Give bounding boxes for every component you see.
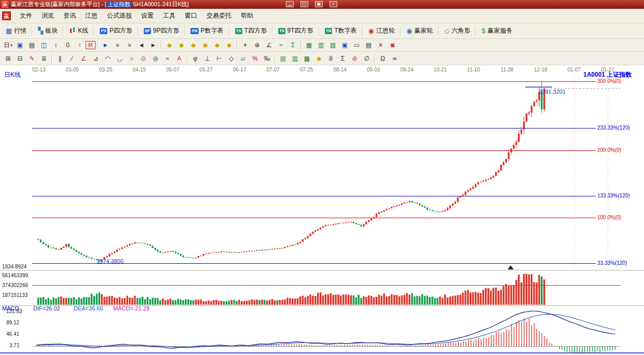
forbid-tool[interactable]: ⊘ xyxy=(349,53,361,64)
toolbar-p-table[interactable]: PNP数字表 xyxy=(187,24,227,37)
toolbar-winner-wheel[interactable]: ◉赢家轮 xyxy=(403,24,436,37)
circle-tool[interactable]: ○ xyxy=(126,53,138,64)
toolbar-p-square[interactable]: PSP四方形 xyxy=(96,24,136,37)
end-tool[interactable]: ≍ xyxy=(389,53,401,64)
bottom-scroll-line[interactable] xyxy=(0,352,644,353)
prev-bar-icon[interactable]: ◄ xyxy=(135,40,147,50)
toolbar-t-table[interactable]: TNT数字表 xyxy=(321,24,361,37)
table-view-icon[interactable]: ▥ xyxy=(315,40,327,50)
first-bar-icon[interactable]: « xyxy=(112,40,124,50)
monitor-icon[interactable]: ▭ xyxy=(351,40,363,50)
wave-icon[interactable]: ≈ xyxy=(275,40,287,50)
toolbar-kline[interactable]: K线 xyxy=(65,24,92,37)
window-title-highlight: 上证指数 xyxy=(106,1,131,7)
period-selector[interactable]: 日 xyxy=(2,40,14,50)
menu-settings[interactable]: 设置 xyxy=(136,9,158,23)
angle-line-tool[interactable]: ∠ xyxy=(78,53,90,64)
capture-icon[interactable]: 获 xyxy=(86,41,95,49)
menu-browse[interactable]: 浏览 xyxy=(37,9,59,23)
menu-gann[interactable]: 江恩 xyxy=(80,9,102,23)
menu-trade[interactable]: 交易委托 xyxy=(202,9,236,23)
menu-tools[interactable]: 工具 xyxy=(158,9,180,23)
text-tool[interactable]: A xyxy=(173,53,185,64)
trend-line-tool[interactable]: ∕ xyxy=(66,53,78,64)
mdi-button-2[interactable]: ▢ xyxy=(300,1,308,7)
golden-ratio-tool[interactable]: φ xyxy=(189,53,201,64)
mdi-button-1[interactable]: ▁ xyxy=(286,1,294,7)
levels-tool[interactable]: ≣ xyxy=(38,53,50,64)
percent-tool[interactable]: % xyxy=(249,53,261,64)
toolbar-t-table-icon: TN xyxy=(325,28,333,34)
zero-marker-icon[interactable]: 0 xyxy=(62,40,74,50)
toolbar-gann-wheel[interactable]: ◉江恩轮 xyxy=(365,24,399,37)
split-window-icon[interactable]: ◫ xyxy=(38,40,50,50)
delete-icon[interactable]: × xyxy=(375,40,387,50)
menu-formula-picker[interactable]: 公式选股 xyxy=(102,9,136,23)
drawing-toolbar: ⊞⊟✎≣∥∕∠⊿◠◡○⊙◎≈Aφ⊥⊢◇▱%‰▤▥▩◆8Σ⊘∅Ω≍ xyxy=(0,52,644,65)
toolbar-separator xyxy=(475,26,476,36)
exit-icon[interactable]: ◙ xyxy=(387,40,399,50)
toolbar-t-square[interactable]: TST四方形 xyxy=(231,24,271,37)
speed-triangle-tool[interactable]: ⊿ xyxy=(90,53,102,64)
next-bar-icon[interactable]: ► xyxy=(147,40,159,50)
h-grid-tool[interactable]: ▤ xyxy=(277,53,289,64)
mdi-button-3[interactable]: ▣ xyxy=(315,1,323,7)
app-menu-icon[interactable]: 赢 xyxy=(2,11,11,20)
mesh-tool[interactable]: ▩ xyxy=(301,53,313,64)
cycle-rings-tool[interactable]: ◎ xyxy=(149,53,161,64)
up-arrow-icon[interactable]: ↑ xyxy=(74,40,86,50)
arc-lower-tool[interactable]: ◡ xyxy=(114,53,126,64)
gann-box-tool[interactable]: ⊞ xyxy=(2,53,14,64)
settings-tool[interactable]: Ω xyxy=(377,53,389,64)
clear-tool[interactable]: ∅ xyxy=(361,53,373,64)
scale-toggle-icon[interactable]: ↕ xyxy=(50,40,62,50)
save-icon[interactable]: ▣ xyxy=(339,40,351,50)
gann-diamond-3-icon[interactable]: ◆ xyxy=(187,40,199,50)
menu-window[interactable]: 窗口 xyxy=(180,9,202,23)
pencil-tool[interactable]: ✎ xyxy=(26,53,38,64)
parallel-lines-tool[interactable]: ∥ xyxy=(54,53,66,64)
stats-icon[interactable]: Σ xyxy=(287,40,299,50)
last-bar-icon[interactable]: » xyxy=(124,40,135,50)
toolbar-winner-service[interactable]: $赢家服务 xyxy=(478,24,516,37)
gold-section-tool[interactable]: ◆ xyxy=(313,53,325,64)
diamond-tool[interactable]: ◇ xyxy=(225,53,237,64)
toolbar-separator xyxy=(187,54,188,63)
playback-icon[interactable]: ► xyxy=(100,40,112,50)
notepad-icon[interactable]: ▤ xyxy=(26,40,38,50)
ray-tool[interactable]: ⊢ xyxy=(213,53,225,64)
menu-file[interactable]: 文件 xyxy=(15,9,37,23)
chart-canvas[interactable]: 日K线 1A0001 上证指数 3091.3201 1974.3800 1934… xyxy=(0,65,644,355)
arc-upper-tool[interactable]: ◠ xyxy=(102,53,114,64)
menu-help[interactable]: 帮助 xyxy=(236,9,258,23)
menu-news[interactable]: 资讯 xyxy=(59,9,80,23)
grid-view-icon[interactable]: ▦ xyxy=(303,40,315,50)
mdi-button-4[interactable]: ▪ xyxy=(330,1,337,7)
sum-tool[interactable]: Σ xyxy=(337,53,349,64)
vertical-line-tool[interactable]: ⊥ xyxy=(201,53,213,64)
toolbar-sectors[interactable]: ▚板块 xyxy=(34,24,61,37)
toolbar-winner-service-label: 赢家服务 xyxy=(488,26,513,35)
gann-grid-tool[interactable]: ⊟ xyxy=(14,53,26,64)
gann-diamond-2-icon[interactable]: ◆ xyxy=(175,40,187,50)
angle-measure-icon[interactable]: ∠ xyxy=(263,40,275,50)
gann-diamond-5-icon[interactable]: ◆ xyxy=(211,40,223,50)
toolbar-9p-square[interactable]: 9P9P四方形 xyxy=(140,24,183,37)
gann-diamond-1-icon[interactable]: ◆ xyxy=(163,40,175,50)
crosshair-icon[interactable]: + xyxy=(239,40,251,50)
permille-tool[interactable]: ‰ xyxy=(261,53,273,64)
v-grid-tool[interactable]: ▥ xyxy=(289,53,301,64)
toolbar-9t-square[interactable]: T99T四方形 xyxy=(275,24,317,37)
toolbar-quotes[interactable]: ▦行情 xyxy=(2,24,30,37)
zoom-icon[interactable]: ⊕ xyxy=(251,40,263,50)
time-circle-tool[interactable]: ⊙ xyxy=(138,53,149,64)
gann-diamond-6-icon[interactable]: ◆ xyxy=(223,40,235,50)
wave-draw-tool[interactable]: ≈ xyxy=(161,53,173,64)
toolbar-hexagon[interactable]: ◇六角形 xyxy=(441,24,474,37)
area-view-icon[interactable]: ▧ xyxy=(327,40,339,50)
gann-diamond-4-icon[interactable]: ◆ xyxy=(199,40,211,50)
snapshot-icon[interactable]: ▣ xyxy=(14,40,26,50)
channel-tool[interactable]: ▱ xyxy=(237,53,249,64)
wheel-eight-tool[interactable]: 8 xyxy=(325,53,337,64)
print-icon[interactable]: ▤ xyxy=(363,40,375,50)
